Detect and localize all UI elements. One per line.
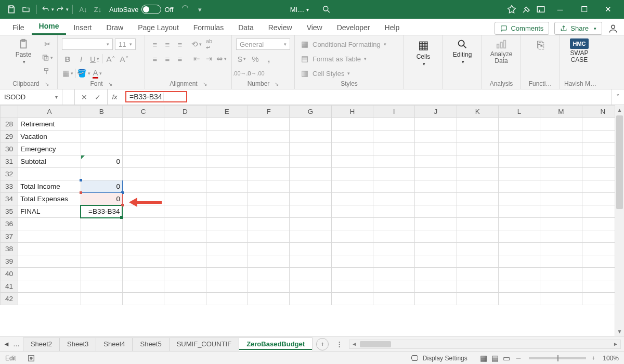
cell[interactable] <box>331 143 373 155</box>
align-top-icon[interactable]: ≡ <box>149 38 161 50</box>
vertical-scrollbar[interactable]: ▲ ▼ <box>615 105 624 336</box>
cell[interactable] <box>81 118 122 131</box>
cell[interactable]: Retirement <box>18 118 81 131</box>
sort-desc-icon[interactable]: Z↓ <box>91 3 105 16</box>
cell[interactable] <box>540 180 582 193</box>
expand-formula-bar-icon[interactable]: ˅ <box>612 89 624 105</box>
search-icon[interactable] <box>320 3 333 16</box>
sheet-tab-more-icon[interactable]: ⋮ <box>336 340 343 348</box>
cell[interactable] <box>290 280 331 293</box>
cell[interactable] <box>206 168 248 180</box>
save-icon[interactable] <box>5 3 18 16</box>
col-header-L[interactable]: L <box>498 106 540 118</box>
shrink-font-icon[interactable]: A˅ <box>119 53 130 64</box>
cell[interactable] <box>331 180 373 193</box>
cell[interactable] <box>290 180 331 193</box>
cell[interactable] <box>206 131 248 143</box>
align-right-icon[interactable]: ≡ <box>174 53 186 64</box>
col-header-G[interactable]: G <box>290 106 331 118</box>
underline-button[interactable]: U▾ <box>89 53 100 64</box>
cell[interactable]: Total Expenses <box>18 193 81 205</box>
cell[interactable] <box>122 180 164 193</box>
tab-data[interactable]: Data <box>231 20 261 35</box>
cell[interactable] <box>373 205 414 218</box>
cell[interactable] <box>122 205 164 218</box>
cut-icon[interactable]: ✂ <box>42 38 53 50</box>
cell[interactable] <box>373 143 414 155</box>
cell[interactable] <box>415 243 457 255</box>
accounting-format-icon[interactable]: $▾ <box>236 53 248 64</box>
row-header[interactable]: 40 <box>1 268 18 280</box>
cell[interactable] <box>290 255 331 268</box>
new-sheet-button[interactable]: + <box>316 338 329 350</box>
cell[interactable] <box>206 230 248 243</box>
cell[interactable] <box>206 218 248 230</box>
cell[interactable] <box>457 168 498 180</box>
col-header-H[interactable]: H <box>331 106 373 118</box>
row-header[interactable]: 39 <box>1 255 18 268</box>
cell[interactable] <box>122 118 164 131</box>
cell[interactable] <box>373 293 414 305</box>
cell[interactable] <box>248 243 289 255</box>
cell[interactable] <box>164 143 206 155</box>
tab-help[interactable]: Help <box>378 20 407 35</box>
display-settings-icon[interactable]: 🖵 <box>409 353 421 364</box>
align-center-icon[interactable]: ≡ <box>162 53 173 64</box>
cell[interactable]: Emergency <box>18 143 81 155</box>
row-header[interactable]: 35 <box>1 205 18 218</box>
cell[interactable] <box>290 193 331 205</box>
formula-input[interactable]: =B33-B34 <box>122 89 612 105</box>
cell[interactable] <box>164 293 206 305</box>
cell[interactable] <box>540 293 582 305</box>
tab-home[interactable]: Home <box>32 19 67 35</box>
cell[interactable]: FINAL <box>18 205 81 218</box>
paste-button[interactable]: Paste▾ <box>8 38 38 64</box>
cell[interactable] <box>415 168 457 180</box>
cell[interactable] <box>122 243 164 255</box>
cell[interactable] <box>415 155 457 168</box>
functions-button[interactable]: ⎘ <box>525 38 555 52</box>
cell[interactable] <box>373 168 414 180</box>
cell[interactable] <box>18 280 81 293</box>
cell[interactable] <box>331 293 373 305</box>
cell[interactable] <box>164 180 206 193</box>
cell[interactable] <box>331 268 373 280</box>
cell[interactable] <box>164 280 206 293</box>
cell[interactable] <box>248 143 289 155</box>
cell[interactable] <box>457 255 498 268</box>
font-size-select[interactable]: 11▾ <box>115 38 136 50</box>
vscroll-thumb[interactable] <box>616 115 623 209</box>
orientation-icon[interactable]: ⟲▾ <box>191 38 202 50</box>
row-header[interactable]: 42 <box>1 293 18 305</box>
cell[interactable] <box>290 155 331 168</box>
clipboard-launcher-icon[interactable]: ↘ <box>45 81 49 87</box>
cell[interactable] <box>164 131 206 143</box>
cells-button[interactable]: ▦Cells▾ <box>408 38 438 67</box>
hscroll-thumb[interactable] <box>360 341 391 347</box>
col-header-D[interactable]: D <box>164 106 206 118</box>
cell[interactable] <box>331 155 373 168</box>
sheet-tab[interactable]: Sheet5 <box>132 337 169 351</box>
cell[interactable] <box>248 205 289 218</box>
cell[interactable]: 0 <box>81 180 122 193</box>
cell[interactable] <box>206 293 248 305</box>
share-button[interactable]: Share▾ <box>554 22 602 35</box>
cell[interactable] <box>373 180 414 193</box>
format-as-table-button[interactable]: ▤Format as Table▾ <box>299 53 367 64</box>
cell[interactable] <box>498 143 540 155</box>
premium-icon[interactable] <box>505 3 518 16</box>
cell[interactable] <box>81 168 122 180</box>
cell[interactable] <box>290 168 331 180</box>
cell[interactable] <box>164 218 206 230</box>
horizontal-scrollbar[interactable]: ◄ ► <box>349 340 621 349</box>
ribbon-display-icon[interactable] <box>534 3 548 16</box>
cell[interactable] <box>248 155 289 168</box>
cell[interactable] <box>457 293 498 305</box>
maximize-button[interactable]: ☐ <box>572 0 596 19</box>
cell[interactable] <box>122 293 164 305</box>
display-settings-label[interactable]: Display Settings <box>423 355 467 362</box>
cell[interactable] <box>457 118 498 131</box>
cell[interactable] <box>457 230 498 243</box>
cell[interactable] <box>540 280 582 293</box>
cell[interactable] <box>290 118 331 131</box>
